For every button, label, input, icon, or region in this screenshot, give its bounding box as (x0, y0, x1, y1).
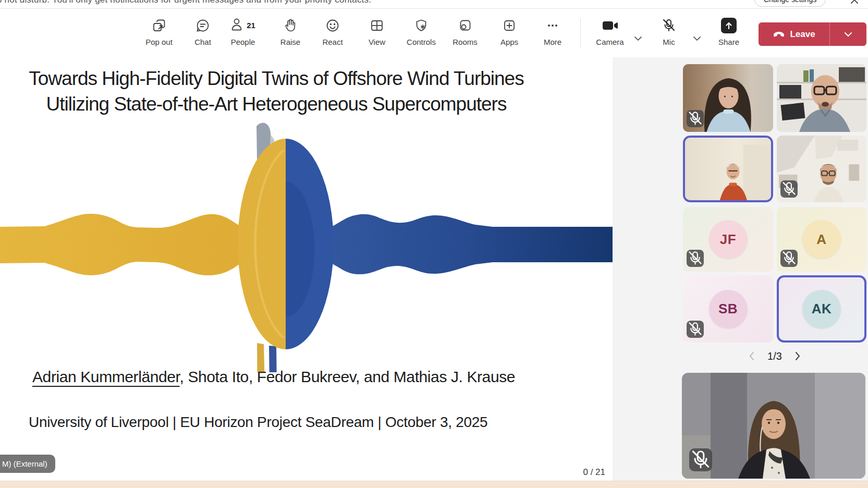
phone-hangup-icon (773, 29, 785, 40)
pager-prev-chevron[interactable] (747, 351, 757, 361)
people-count: 21 (247, 21, 255, 30)
leave-button[interactable]: Leave (759, 22, 829, 46)
meeting-toolbar: Pop out Chat 21 People (0, 9, 868, 57)
raised-hand-icon (284, 17, 297, 34)
leave-label: Leave (790, 29, 815, 40)
mic-muted-badge (687, 321, 704, 338)
slide-affiliation: University of Liverpool | EU Horizon Pro… (29, 414, 487, 431)
apps-button[interactable]: Apps (486, 17, 533, 46)
leave-button-group: Leave (759, 22, 866, 46)
participants-panel: JF A SB AK (613, 57, 868, 481)
plus-square-icon (502, 17, 517, 34)
slide-authors: Adrian Kummerländer, Shota Ito, Fedor Bu… (32, 368, 515, 386)
presenter-external-badge: M) (External) (0, 455, 55, 473)
avatar-tile-ak-active[interactable]: AK (777, 275, 866, 343)
chat-icon (195, 17, 210, 34)
layout-grid-icon (370, 17, 384, 34)
ellipsis-icon (545, 17, 560, 34)
smiley-icon (325, 17, 340, 34)
share-button[interactable]: Share (705, 17, 752, 46)
avatar: JF (709, 220, 748, 259)
react-button[interactable]: React (309, 17, 356, 46)
avatar: AK (802, 290, 841, 328)
change-settings-button[interactable]: Change settings (754, 0, 826, 7)
video-camera-icon (601, 17, 619, 34)
more-button[interactable]: More (529, 17, 576, 46)
pop-out-button[interactable]: Pop out (136, 17, 182, 46)
participants-pager: 1/3 (683, 346, 866, 366)
mic-options-chevron[interactable] (692, 34, 702, 43)
slide-page-counter: 0 / 21 (583, 467, 605, 478)
shield-gear-icon (414, 17, 429, 34)
close-icon[interactable] (848, 0, 861, 7)
notification-banner: o not disturb. You'll only get notificat… (0, 0, 868, 9)
avatar: SB (709, 290, 748, 328)
breakout-room-icon (458, 17, 472, 34)
teams-meeting-window: o not disturb. You'll only get notificat… (0, 0, 868, 488)
video-tile-participant-1[interactable] (683, 64, 773, 132)
toolbar-divider (580, 18, 581, 47)
wind-turbine-simulation-graphic (0, 119, 613, 372)
mic-muted-badge (780, 250, 798, 267)
share-icon (721, 18, 737, 33)
view-button[interactable]: View (353, 17, 400, 46)
people-icon (230, 17, 244, 34)
background-window-edge (0, 481, 868, 488)
avatar: A (802, 220, 841, 259)
shared-screen-stage: Towards High-Fidelity Digital Twins of O… (0, 57, 613, 481)
pager-position: 1/3 (767, 350, 782, 362)
mic-muted-badge (689, 448, 712, 471)
pager-next-chevron[interactable] (792, 351, 803, 361)
pop-out-icon (152, 17, 166, 34)
camera-button[interactable]: Camera (586, 17, 633, 46)
mic-muted-badge (780, 180, 798, 198)
mic-muted-icon (661, 17, 677, 34)
video-tile-participant-4[interactable] (777, 136, 866, 202)
avatar-tile-sb[interactable]: SB (683, 275, 773, 343)
mic-button[interactable]: Mic (645, 17, 692, 46)
notification-text: o not disturb. You'll only get notificat… (0, 0, 371, 5)
slide-title: Towards High-Fidelity Digital Twins of O… (0, 66, 553, 117)
video-tile-participant-2[interactable] (777, 64, 866, 132)
controls-button[interactable]: Controls (398, 17, 445, 46)
mic-muted-badge (687, 110, 704, 127)
raise-hand-button[interactable]: Raise (267, 17, 314, 46)
video-tile-spotlight[interactable] (682, 373, 865, 479)
leave-options-chevron[interactable] (829, 22, 866, 46)
video-tile-participant-3-active[interactable] (683, 136, 773, 202)
avatar-tile-a[interactable]: A (777, 207, 866, 272)
rooms-button[interactable]: Rooms (442, 17, 488, 46)
avatar-tile-jf[interactable]: JF (683, 207, 773, 272)
people-button[interactable]: 21 People (219, 17, 266, 46)
camera-options-chevron[interactable] (633, 34, 643, 43)
mic-muted-badge (687, 250, 704, 267)
